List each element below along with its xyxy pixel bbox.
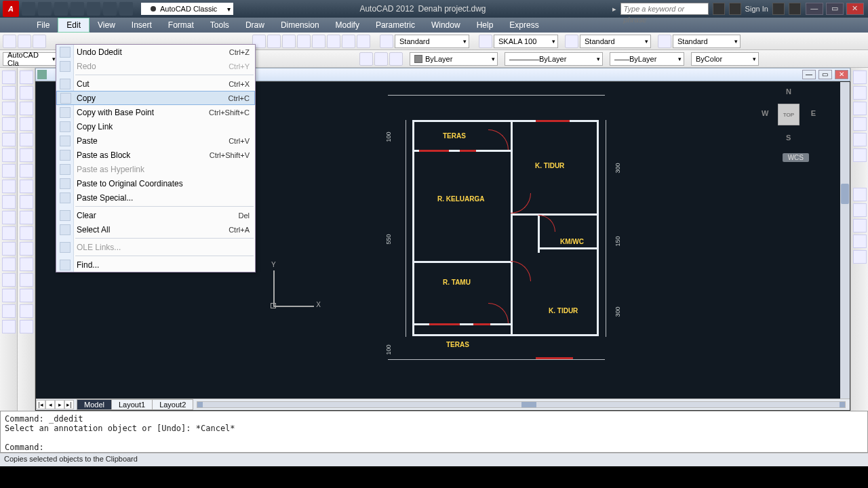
nav-icon[interactable] — [853, 148, 867, 162]
qat-saveas-icon[interactable] — [71, 2, 84, 16]
spline-icon[interactable] — [2, 164, 16, 178]
vpd-icon[interactable] — [853, 188, 867, 201]
anno-icon[interactable] — [380, 35, 393, 48]
tab-model[interactable]: Model — [77, 399, 112, 410]
layeroff-icon[interactable] — [374, 52, 388, 66]
pan-icon[interactable] — [267, 35, 281, 48]
help-icon[interactable] — [789, 3, 801, 15]
edit-menu-paste[interactable]: PasteCtrl+V — [56, 134, 255, 148]
menu-format[interactable]: Format — [160, 18, 202, 32]
orbit2-icon[interactable] — [853, 133, 867, 146]
rotate-icon[interactable] — [20, 164, 33, 178]
array-icon[interactable] — [20, 133, 33, 146]
lineweight-combo[interactable]: ———— ByLayer — [505, 52, 603, 66]
break-icon[interactable] — [20, 242, 33, 256]
chamfer-icon[interactable] — [20, 273, 33, 287]
line-icon[interactable] — [2, 70, 16, 84]
tablestyle-combo[interactable]: Standard — [580, 35, 651, 48]
pan2-icon[interactable] — [853, 102, 867, 115]
edit-menu-select-all[interactable]: Select AllCtrl+A — [56, 222, 255, 237]
vp2-icon[interactable] — [853, 203, 867, 217]
vertical-scrollbar[interactable] — [840, 82, 850, 410]
match-icon[interactable] — [20, 320, 33, 333]
layeron-icon[interactable] — [389, 52, 403, 66]
view-cube[interactable]: N S W E TOP — [762, 87, 816, 142]
insert-icon[interactable] — [2, 211, 16, 224]
calc-icon[interactable] — [357, 35, 370, 48]
keyword-search-input[interactable]: Type a keyword or phrase — [620, 3, 709, 15]
tab-first-button[interactable]: |◂ — [36, 400, 45, 409]
workspace2-combo[interactable]: AutoCAD Cla — [3, 52, 58, 66]
arc-icon[interactable] — [2, 133, 16, 146]
ellipse-icon[interactable] — [2, 180, 16, 193]
menu-file[interactable]: File — [28, 18, 58, 32]
save-icon[interactable] — [33, 35, 46, 48]
vp4-icon[interactable] — [853, 235, 867, 248]
fillet-icon[interactable] — [20, 289, 33, 302]
edit-menu-find-[interactable]: Find... — [56, 258, 255, 272]
stretch-icon[interactable] — [20, 195, 33, 209]
grad-icon[interactable] — [2, 258, 16, 271]
sheet-icon[interactable] — [327, 35, 340, 48]
menu-edit[interactable]: Edit — [58, 18, 90, 33]
block-icon[interactable] — [2, 226, 16, 240]
explode-icon[interactable] — [20, 304, 33, 318]
tab-next-button[interactable]: ▸ — [55, 400, 64, 409]
menu-express[interactable]: Express — [501, 18, 547, 32]
rect-icon[interactable] — [2, 117, 16, 131]
ellipsearc-icon[interactable] — [2, 195, 16, 209]
menu-parametric[interactable]: Parametric — [368, 18, 423, 32]
qat-redo-icon[interactable] — [119, 2, 133, 16]
dw-maximize-button[interactable]: ▭ — [818, 70, 832, 79]
mirror-icon[interactable] — [20, 102, 33, 115]
edit-menu-copy[interactable]: CopyCtrl+C — [56, 91, 255, 105]
edit-menu-clear[interactable]: ClearDel — [56, 208, 255, 222]
menu-draw[interactable]: Draw — [237, 18, 273, 32]
new-icon[interactable] — [3, 35, 16, 48]
offset-icon[interactable] — [20, 117, 33, 131]
polygon-icon[interactable] — [2, 102, 16, 115]
exchange-icon[interactable] — [713, 3, 725, 15]
menu-dimension[interactable]: Dimension — [273, 18, 328, 32]
edit-menu-paste-special-[interactable]: Paste Special... — [56, 190, 255, 205]
close-button[interactable]: ✕ — [846, 3, 864, 15]
qat-save-icon[interactable] — [54, 2, 68, 16]
dw-close-button[interactable]: ✕ — [835, 70, 848, 79]
dim-icon[interactable] — [479, 35, 492, 48]
erase-icon[interactable] — [20, 70, 33, 84]
palette-icon[interactable] — [312, 35, 326, 48]
vp3-icon[interactable] — [853, 219, 867, 232]
hatch-icon[interactable] — [2, 242, 16, 256]
layeriso-icon[interactable] — [359, 52, 373, 66]
steering-icon[interactable] — [853, 70, 867, 84]
app-logo[interactable]: A — [3, 1, 19, 17]
workspace-combo[interactable]: AutoCAD Classic — [141, 3, 233, 15]
move-icon[interactable] — [20, 148, 33, 162]
extend-icon[interactable] — [20, 226, 33, 240]
edit-menu-copy-with-base-point[interactable]: Copy with Base PointCtrl+Shift+C — [56, 105, 255, 119]
wcs-badge[interactable]: WCS — [783, 153, 809, 162]
textstyle-combo[interactable]: Standard — [395, 35, 469, 48]
maximize-button[interactable]: ▭ — [826, 3, 844, 15]
mlstyle-combo[interactable]: Standard — [673, 35, 741, 48]
layercolor-combo[interactable]: ByLayer — [410, 52, 498, 66]
edit-menu-undo-ddedit[interactable]: Undo DdeditCtrl+Z — [56, 45, 255, 59]
qat-open-icon[interactable] — [38, 2, 52, 16]
point-icon[interactable] — [2, 320, 16, 333]
dw-minimize-button[interactable]: — — [802, 70, 816, 79]
edit-menu-paste-as-block[interactable]: Paste as BlockCtrl+Shift+V — [56, 148, 255, 162]
orbit-icon[interactable] — [282, 35, 296, 48]
menu-view[interactable]: View — [90, 18, 123, 32]
tab-layout1[interactable]: Layout1 — [111, 399, 153, 410]
trim-icon[interactable] — [20, 211, 33, 224]
table-icon[interactable] — [565, 35, 578, 48]
tab-prev-button[interactable]: ◂ — [45, 400, 55, 409]
menu-tools[interactable]: Tools — [202, 18, 237, 32]
copy2-icon[interactable] — [20, 86, 33, 100]
open-icon[interactable] — [18, 35, 31, 48]
scale-icon[interactable] — [20, 180, 33, 193]
notice-icon[interactable] — [772, 3, 785, 15]
plotstyle-combo[interactable]: ByColor — [691, 52, 759, 66]
edit-menu-cut[interactable]: CutCtrl+X — [56, 77, 255, 91]
qat-new-icon[interactable] — [22, 2, 35, 16]
